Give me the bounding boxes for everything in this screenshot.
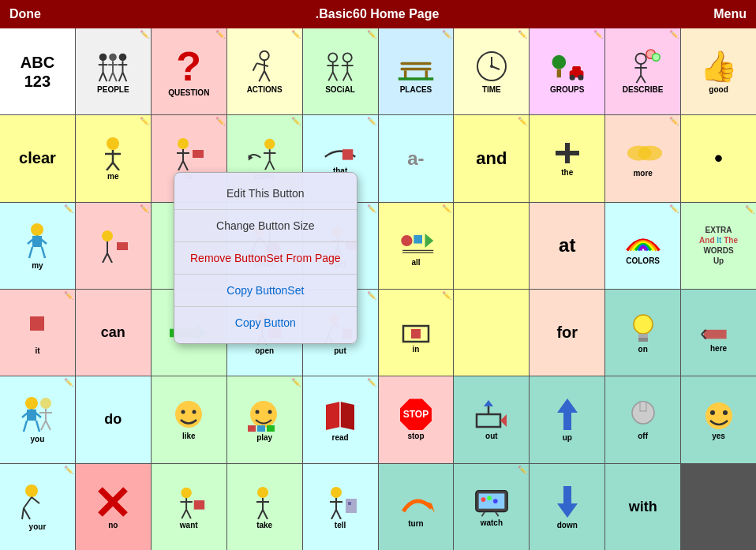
cat-describe[interactable]: ✏️ DESCRIBE bbox=[605, 28, 680, 114]
svg-point-165 bbox=[182, 488, 192, 498]
you-label: you bbox=[31, 435, 45, 443]
svg-line-160 bbox=[32, 497, 39, 503]
turn-cell[interactable]: turn bbox=[379, 464, 454, 550]
k-cell[interactable]: ✏️ bbox=[76, 203, 151, 289]
for-label: for bbox=[556, 324, 578, 342]
stop-cell[interactable]: STOP stop bbox=[379, 376, 454, 462]
cat-groups[interactable]: ✏️ GROUPS bbox=[530, 28, 604, 114]
your-cell[interactable]: ✏️ your bbox=[0, 464, 75, 550]
more-label: more bbox=[633, 169, 652, 178]
app-header: Done .Basic60 Home Page Menu bbox=[0, 0, 756, 28]
colors-label: COLORS bbox=[626, 256, 660, 265]
edit-icon-read: ✏️ bbox=[367, 378, 376, 387]
colors-cell[interactable]: ✏️ COLORS bbox=[605, 203, 680, 289]
take-cell[interactable]: take bbox=[227, 464, 302, 550]
cat-places-label: PLACES bbox=[400, 85, 432, 94]
play-cell[interactable]: ✏️ play bbox=[227, 376, 302, 462]
me-icon bbox=[99, 136, 127, 170]
svg-point-139 bbox=[193, 410, 196, 414]
can-cell[interactable]: can bbox=[76, 290, 151, 376]
yes-cell[interactable]: yes bbox=[681, 376, 756, 462]
svg-point-176 bbox=[331, 487, 342, 498]
empty-r3c8[interactable] bbox=[454, 203, 529, 289]
off-cell[interactable]: off bbox=[605, 376, 680, 462]
edit-icon-me: ✏️ bbox=[140, 117, 149, 125]
tell-cell[interactable]: tell bbox=[303, 464, 378, 550]
watch-cell[interactable]: ✏️ watch bbox=[454, 464, 529, 550]
down-cell[interactable]: down bbox=[530, 464, 604, 550]
menu-button[interactable]: Menu bbox=[713, 7, 747, 21]
edit-icon5: ✏️ bbox=[442, 30, 451, 39]
all-cell[interactable]: ✏️ all bbox=[379, 203, 454, 289]
edit-icon8: ✏️ bbox=[669, 30, 679, 39]
svg-rect-70 bbox=[342, 150, 353, 160]
empty-r4c8[interactable] bbox=[454, 290, 529, 376]
want-cell[interactable]: want bbox=[152, 464, 226, 550]
no-cell[interactable]: no bbox=[76, 464, 151, 550]
up-cell[interactable]: up bbox=[530, 376, 604, 462]
context-divider-3 bbox=[174, 274, 357, 275]
done-button[interactable]: Done bbox=[9, 7, 41, 21]
watch-label: watch bbox=[481, 518, 503, 527]
you-icon bbox=[19, 395, 55, 433]
svg-line-56 bbox=[107, 163, 113, 170]
extra-cell[interactable]: ✏️ EXTRAAnd It TheWORDSUp bbox=[681, 203, 756, 289]
tell-icon bbox=[322, 485, 358, 519]
me-cell[interactable]: ✏️ me bbox=[76, 115, 151, 201]
svg-line-131 bbox=[36, 421, 39, 432]
play-icon bbox=[246, 397, 283, 432]
svg-line-174 bbox=[258, 510, 263, 519]
cat-abc[interactable]: ABC123 bbox=[0, 28, 75, 114]
cat-good[interactable]: 👍 good bbox=[681, 28, 756, 114]
cat-question[interactable]: ✏️ ? QUESTION bbox=[152, 28, 226, 114]
svg-line-130 bbox=[24, 421, 27, 432]
svg-line-49 bbox=[636, 76, 641, 84]
for-cell[interactable]: for bbox=[530, 290, 604, 376]
svg-point-0 bbox=[99, 54, 107, 62]
svg-line-13 bbox=[119, 73, 123, 82]
come-icon bbox=[245, 136, 283, 170]
take-label: take bbox=[256, 521, 272, 529]
my-cell[interactable]: ✏️ my bbox=[0, 203, 75, 289]
the-cell[interactable]: the bbox=[530, 115, 604, 201]
svg-line-30 bbox=[347, 73, 352, 81]
cat-social[interactable]: ✏️ SOCiAL bbox=[303, 28, 378, 114]
context-remove-buttonset[interactable]: Remove ButtonSet From Page bbox=[174, 244, 357, 272]
svg-line-159 bbox=[24, 497, 32, 508]
context-edit-button[interactable]: Edit This Button bbox=[174, 179, 357, 208]
page-title: .Basic60 Home Page bbox=[316, 7, 440, 21]
svg-rect-147 bbox=[477, 414, 500, 427]
clear-label: clear bbox=[19, 149, 56, 167]
here-label: here bbox=[710, 344, 727, 353]
context-copy-buttonset[interactable]: Copy ButtonSet bbox=[174, 276, 357, 305]
it-cell[interactable]: ✏️ it bbox=[0, 290, 75, 376]
edit-icon4: ✏️ bbox=[367, 30, 376, 39]
a-cell[interactable]: a- bbox=[379, 115, 454, 201]
context-menu[interactable]: Edit This Button Change Button Size Remo… bbox=[174, 172, 357, 344]
context-change-size[interactable]: Change Button Size bbox=[174, 211, 357, 240]
read-cell[interactable]: ✏️ read bbox=[303, 376, 378, 462]
in-cell[interactable]: ✏️ in bbox=[379, 290, 454, 376]
cat-actions[interactable]: ✏️ ACTIONS bbox=[227, 28, 302, 114]
svg-line-24 bbox=[328, 73, 333, 81]
cat-time[interactable]: ✏️ TIME bbox=[454, 28, 529, 114]
clear-button[interactable]: clear bbox=[0, 115, 75, 201]
do-cell[interactable]: do bbox=[76, 376, 151, 462]
on-cell[interactable]: on bbox=[605, 290, 680, 376]
dot-cell[interactable]: • bbox=[681, 115, 756, 201]
out-cell[interactable]: out bbox=[454, 376, 529, 462]
context-copy-button[interactable]: Copy Button bbox=[174, 309, 357, 337]
like-cell[interactable]: like bbox=[152, 376, 226, 462]
with-cell[interactable]: with bbox=[605, 464, 680, 550]
more-cell[interactable]: ✏️ more bbox=[605, 115, 680, 201]
svg-point-5 bbox=[110, 54, 118, 62]
down-label: down bbox=[557, 521, 578, 529]
cat-people[interactable]: ✏️ PEOPLE bbox=[76, 28, 151, 114]
time-icon bbox=[473, 49, 510, 84]
and-cell[interactable]: ✏️ and bbox=[454, 115, 529, 201]
here-cell[interactable]: here bbox=[681, 290, 756, 376]
you-cell[interactable]: ✏️ you bbox=[0, 376, 75, 462]
here-icon bbox=[700, 312, 738, 342]
at-cell[interactable]: at bbox=[530, 203, 604, 289]
cat-places[interactable]: ✏️ PLACES bbox=[379, 28, 454, 114]
